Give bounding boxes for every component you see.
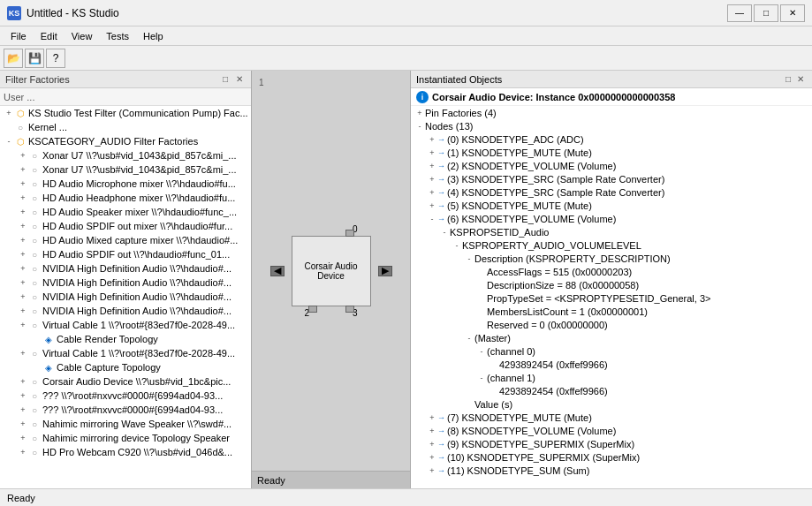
right-tree-item[interactable]: +Pin Factories (4) bbox=[411, 106, 812, 119]
right-tree-item[interactable]: +→ (7) KSNODETYPE_MUTE (Mute) bbox=[411, 411, 812, 424]
tree-expand-icon[interactable]: - bbox=[4, 136, 14, 147]
left-tree-item[interactable]: +○Virtual Cable 1 \\?\root#{83ed7f0e-202… bbox=[0, 346, 251, 360]
right-tree-item[interactable]: +→ (2) KSNODETYPE_VOLUME (Volume) bbox=[411, 159, 812, 172]
tree-expand-icon[interactable]: + bbox=[18, 150, 28, 161]
minimize-button[interactable]: — bbox=[727, 4, 752, 22]
tree-expand-icon[interactable]: + bbox=[18, 376, 28, 387]
right-tree-item[interactable]: AccessFlags = 515 (0x00000203) bbox=[411, 265, 812, 278]
left-tree-item[interactable]: +○Xonar U7 \\?\usb#vid_1043&pid_857c&mi_… bbox=[0, 162, 251, 177]
tree-expand-icon[interactable]: + bbox=[18, 178, 28, 189]
rtree-expand-icon[interactable]: + bbox=[427, 147, 437, 158]
left-tree-item[interactable]: +○NVIDIA High Definition Audio \\?\hdaud… bbox=[0, 290, 251, 304]
maximize-button[interactable]: □ bbox=[754, 4, 778, 22]
rtree-expand-icon[interactable]: - bbox=[439, 227, 450, 238]
menu-help[interactable]: Help bbox=[136, 29, 171, 43]
rtree-expand-icon[interactable]: - bbox=[464, 333, 474, 344]
right-tree-item[interactable]: -(channel 0) bbox=[411, 344, 812, 358]
rtree-expand-icon[interactable]: + bbox=[427, 134, 437, 145]
open-button[interactable]: 📂 bbox=[4, 49, 23, 68]
tree-expand-icon[interactable]: + bbox=[18, 306, 28, 316]
left-tree-item[interactable]: +○HD Audio Microphone mixer \\?\hdaudio#… bbox=[0, 177, 251, 191]
tree-expand-icon[interactable]: + bbox=[18, 433, 28, 443]
menu-file[interactable]: File bbox=[4, 29, 34, 43]
tree-expand-icon[interactable] bbox=[32, 334, 42, 344]
right-panel-close-icon[interactable]: ✕ bbox=[794, 73, 807, 86]
right-tree-item[interactable]: +→ (9) KSNODETYPE_SUPERMIX (SuperMix) bbox=[411, 437, 812, 450]
rtree-expand-icon[interactable]: + bbox=[427, 187, 437, 198]
tree-expand-icon[interactable]: + bbox=[18, 164, 28, 175]
rtree-expand-icon[interactable]: + bbox=[427, 200, 437, 211]
left-tree-item[interactable]: +⬡KS Studio Test Filter (Communication P… bbox=[0, 106, 251, 120]
rtree-expand-icon[interactable]: + bbox=[427, 412, 437, 423]
rtree-expand-icon[interactable] bbox=[476, 267, 487, 277]
left-tree-item[interactable]: +○Nahimic mirroring Wave Speaker \\?\swd… bbox=[0, 417, 251, 431]
rtree-expand-icon[interactable]: + bbox=[427, 161, 437, 171]
rtree-expand-icon[interactable]: + bbox=[414, 108, 425, 118]
rtree-expand-icon[interactable]: - bbox=[476, 373, 487, 383]
tree-expand-icon[interactable]: + bbox=[18, 419, 28, 429]
left-tree-item[interactable]: +○HD Audio Mixed capture mixer \\?\hdaud… bbox=[0, 233, 251, 247]
menu-edit[interactable]: Edit bbox=[34, 29, 65, 43]
tree-expand-icon[interactable] bbox=[4, 122, 14, 132]
rtree-expand-icon[interactable]: - bbox=[464, 253, 474, 264]
left-tree-item[interactable]: +○??? \\?\root#nxvvc#0000#{6994ad04-93..… bbox=[0, 403, 251, 417]
right-tree-item[interactable]: +→ (4) KSNODETYPE_SRC (Sample Rate Conve… bbox=[411, 185, 812, 199]
right-tree-item[interactable]: +→ (0) KSNODETYPE_ADC (ADC) bbox=[411, 132, 812, 146]
right-tree-item[interactable]: PropTypeSet = <KSPROPTYPESETID_General, … bbox=[411, 291, 812, 305]
menu-tests[interactable]: Tests bbox=[99, 29, 136, 43]
menu-view[interactable]: View bbox=[65, 29, 100, 43]
right-tree-item[interactable]: -→ (6) KSNODETYPE_VOLUME (Volume) bbox=[411, 212, 812, 225]
rtree-expand-icon[interactable]: + bbox=[427, 452, 437, 463]
right-tree-item[interactable]: +→ (5) KSNODETYPE_MUTE (Mute) bbox=[411, 199, 812, 212]
tree-expand-icon[interactable]: + bbox=[18, 291, 28, 302]
rtree-expand-icon[interactable]: - bbox=[476, 346, 487, 357]
right-tree-item[interactable]: 4293892454 (0xffef9966) bbox=[411, 384, 812, 397]
left-tree-item[interactable]: +○HD Audio SPDIF out \\?\hdaudio#func_01… bbox=[0, 247, 251, 261]
tree-expand-icon[interactable]: + bbox=[18, 235, 28, 245]
right-tree-item[interactable]: +→ (10) KSNODETYPE_SUPERMIX (SuperMix) bbox=[411, 450, 812, 464]
rtree-expand-icon[interactable] bbox=[476, 306, 487, 317]
rtree-expand-icon[interactable] bbox=[464, 399, 474, 410]
tree-expand-icon[interactable]: + bbox=[18, 404, 28, 415]
rtree-expand-icon[interactable]: + bbox=[427, 174, 437, 185]
right-tree-item[interactable]: MembersListCount = 1 (0x00000001) bbox=[411, 305, 812, 318]
right-tree-item[interactable]: -KSPROPSETID_Audio bbox=[411, 225, 812, 238]
help-button[interactable]: ? bbox=[46, 49, 65, 68]
left-tree-item[interactable]: +○NVIDIA High Definition Audio \\?\hdaud… bbox=[0, 276, 251, 290]
tree-expand-icon[interactable]: + bbox=[18, 193, 28, 203]
rtree-expand-icon[interactable] bbox=[476, 280, 487, 291]
left-tree-item[interactable]: +○Corsair Audio Device \\?\usb#vid_1bc&p… bbox=[0, 374, 251, 389]
right-tree-area[interactable]: +Pin Factories (4)-Nodes (13)+→ (0) KSNO… bbox=[411, 106, 812, 488]
tree-expand-icon[interactable]: + bbox=[18, 447, 28, 457]
right-tree-item[interactable]: -Nodes (13) bbox=[411, 119, 812, 132]
save-button[interactable]: 💾 bbox=[25, 49, 44, 68]
right-tree-item[interactable]: +→ (8) KSNODETYPE_VOLUME (Volume) bbox=[411, 424, 812, 437]
tree-expand-icon[interactable]: + bbox=[18, 207, 28, 217]
rtree-expand-icon[interactable]: - bbox=[427, 214, 437, 224]
right-tree-item[interactable]: -Description (KSPROPERTY_DESCRIPTION) bbox=[411, 252, 812, 265]
tree-expand-icon[interactable] bbox=[32, 362, 42, 373]
rtree-expand-icon[interactable]: + bbox=[427, 439, 437, 449]
left-tree-item[interactable]: ○Kernel ... bbox=[0, 120, 251, 134]
left-tree-item[interactable]: +○HD Pro Webcam C920 \\?\usb#vid_046d&..… bbox=[0, 445, 251, 459]
tree-expand-icon[interactable]: + bbox=[18, 320, 28, 330]
right-tree-item[interactable]: +→ (3) KSNODETYPE_SRC (Sample Rate Conve… bbox=[411, 172, 812, 185]
left-tree-item[interactable]: +○HD Audio Headphone mixer \\?\hdaudio#f… bbox=[0, 191, 251, 205]
left-tree-item[interactable]: +○HD Audio SPDIF out mixer \\?\hdaudio#f… bbox=[0, 219, 251, 233]
right-tree-item[interactable]: 4293892454 (0xffef9966) bbox=[411, 358, 812, 371]
left-tree-item[interactable]: ◈Cable Render Topology bbox=[0, 332, 251, 346]
tree-expand-icon[interactable]: + bbox=[18, 348, 28, 359]
right-tree-item[interactable]: +→ (1) KSNODETYPE_MUTE (Mute) bbox=[411, 146, 812, 159]
tree-expand-icon[interactable]: + bbox=[4, 108, 14, 118]
left-tree-item[interactable]: +○Nahimic mirroring device Topology Spea… bbox=[0, 431, 251, 445]
close-button[interactable]: ✕ bbox=[780, 4, 805, 22]
left-tree-item[interactable]: ◈Cable Capture Topology bbox=[0, 360, 251, 374]
right-tree-item[interactable]: -KSPROPERTY_AUDIO_VOLUMELEVEL bbox=[411, 238, 812, 252]
tree-expand-icon[interactable]: + bbox=[18, 390, 28, 401]
left-tree-item[interactable]: +○HD Audio Speaker mixer \\?\hdaudio#fun… bbox=[0, 205, 251, 219]
rtree-expand-icon[interactable] bbox=[476, 320, 487, 330]
left-tree-area[interactable]: +⬡KS Studio Test Filter (Communication P… bbox=[0, 106, 251, 488]
rtree-expand-icon[interactable] bbox=[489, 386, 499, 396]
rtree-expand-icon[interactable]: - bbox=[452, 240, 462, 251]
right-panel-dock-icon[interactable]: □ bbox=[782, 73, 794, 86]
